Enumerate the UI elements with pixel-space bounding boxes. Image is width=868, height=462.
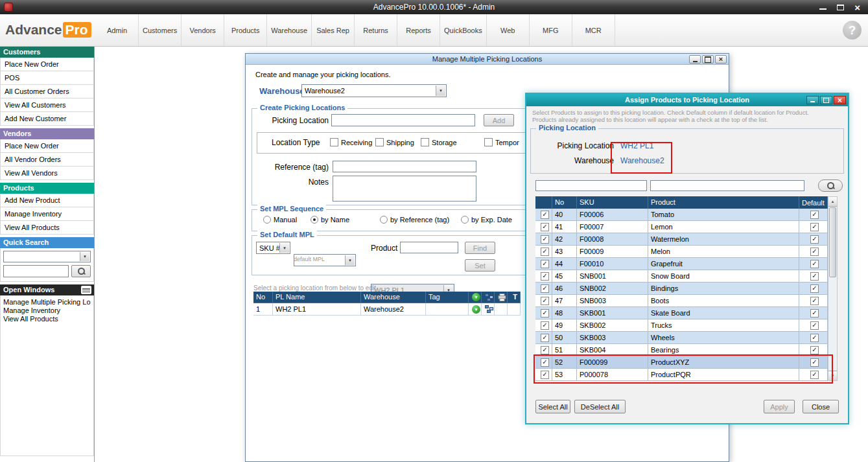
row-select-checkbox[interactable]	[541, 297, 549, 305]
close-icon[interactable]	[834, 96, 846, 104]
default-checkbox[interactable]	[810, 272, 819, 281]
sidebar-item-add-new-customer[interactable]: Add New Customer	[0, 112, 94, 126]
chevron-down-icon[interactable]	[279, 243, 289, 253]
col-product[interactable]: Product	[648, 196, 799, 209]
default-checkbox[interactable]	[810, 211, 819, 219]
default-checkbox[interactable]	[810, 321, 819, 330]
sidebar-item-view-all-products[interactable]: View All Products	[0, 221, 94, 235]
quick-search-type-select[interactable]	[3, 251, 91, 262]
deselect-all-button[interactable]: DeSelect All	[574, 400, 626, 413]
col-warehouse[interactable]: Warehouse	[361, 292, 426, 303]
default-checkbox[interactable]	[810, 248, 819, 256]
open-window-item-mpl[interactable]: Manage Multiple Picking Lo	[2, 298, 92, 306]
radio-manual[interactable]: Manual	[263, 216, 297, 224]
sku-type-select[interactable]: SKU #	[256, 242, 290, 254]
col-no[interactable]: No	[253, 292, 273, 303]
cell-tag-action[interactable]	[508, 303, 521, 316]
tab-warehouse[interactable]: Warehouse	[267, 14, 312, 46]
table-row[interactable]: 1 WH2 PL1 Warehouse2	[253, 303, 521, 316]
maximize-icon[interactable]	[837, 5, 844, 10]
cell-print[interactable]	[495, 303, 508, 316]
default-checkbox[interactable]	[810, 346, 819, 354]
tab-vendors[interactable]: Vendors	[182, 14, 224, 46]
tab-returns[interactable]: Returns	[355, 14, 397, 46]
table-row[interactable]: 51 SKB004 Bearings	[535, 344, 828, 356]
col-tag-icon[interactable]	[508, 292, 521, 303]
default-checkbox[interactable]	[810, 284, 819, 293]
sidebar-item-vendor-place-new-order[interactable]: Place New Order	[0, 139, 94, 153]
maximize-icon[interactable]	[702, 55, 714, 64]
table-row-highlighted[interactable]: 52 F000099 ProductXYZ	[535, 356, 828, 369]
cell-status[interactable]	[469, 303, 482, 316]
reference-tag-input[interactable]	[333, 161, 476, 172]
tab-web[interactable]: Web	[487, 14, 530, 46]
col-pl-name[interactable]: PL Name	[273, 292, 361, 303]
tab-reports[interactable]: Reports	[397, 14, 440, 46]
notes-textarea[interactable]	[333, 176, 476, 202]
default-checkbox[interactable]	[810, 223, 819, 231]
table-scrollbar[interactable]	[828, 196, 838, 381]
sidebar-item-view-all-vendors[interactable]: View All Vendors	[0, 167, 94, 180]
sidebar-item-place-new-order[interactable]: Place New Order	[0, 58, 94, 71]
default-checkbox[interactable]	[810, 358, 819, 367]
row-select-checkbox[interactable]	[541, 272, 549, 281]
tab-sales-rep[interactable]: Sales Rep	[312, 14, 355, 46]
select-all-button[interactable]: Select All	[535, 400, 570, 413]
col-default[interactable]: Default	[799, 196, 828, 209]
close-icon[interactable]	[854, 3, 860, 12]
chevron-down-icon[interactable]	[80, 252, 89, 261]
close-button[interactable]: Close	[803, 400, 839, 413]
col-assign-products-icon[interactable]	[482, 292, 495, 303]
close-icon[interactable]	[715, 55, 727, 64]
default-checkbox[interactable]	[810, 371, 819, 379]
radio-by-reference[interactable]: by Reference (tag)	[380, 216, 449, 224]
filter-input-1[interactable]	[535, 180, 647, 191]
set-button[interactable]: Set	[465, 259, 495, 271]
row-select-checkbox[interactable]	[541, 358, 549, 367]
row-select-checkbox[interactable]	[541, 260, 549, 268]
open-window-item-view-all-products[interactable]: View All Products	[2, 315, 92, 323]
radio-by-exp-date[interactable]: by Exp. Date	[461, 216, 512, 224]
col-sku[interactable]: SKU	[577, 196, 648, 209]
table-row[interactable]: 48 SKB001 Skate Board	[535, 307, 828, 319]
checkbox-shipping[interactable]: Shipping	[375, 138, 414, 146]
tab-quickbooks[interactable]: QuickBooks	[440, 14, 487, 46]
warehouse-select[interactable]: Warehouse2	[301, 84, 447, 97]
row-select-checkbox[interactable]	[541, 284, 549, 293]
help-icon[interactable]: ?	[843, 21, 862, 40]
table-row[interactable]: 41 F00007 Lemon	[535, 221, 828, 233]
quick-search-input[interactable]	[3, 265, 69, 277]
scrollbar-thumb[interactable]	[829, 207, 836, 277]
sidebar-item-all-vendor-orders[interactable]: All Vendor Orders	[0, 153, 94, 167]
col-printer-icon[interactable]	[495, 292, 508, 303]
chevron-down-icon[interactable]	[345, 255, 355, 265]
row-select-checkbox[interactable]	[541, 211, 549, 219]
checkbox-receiving[interactable]: Receiving	[330, 138, 372, 146]
table-row[interactable]: 44 F00010 Grapefruit	[535, 258, 828, 270]
checkbox-storage[interactable]: Storage	[421, 138, 457, 146]
minimize-icon[interactable]	[819, 8, 827, 10]
row-select-checkbox[interactable]	[541, 235, 549, 244]
row-select-checkbox[interactable]	[541, 223, 549, 231]
col-no[interactable]: No	[552, 196, 577, 209]
tab-mcr[interactable]: MCR	[572, 14, 615, 46]
maximize-icon[interactable]	[820, 96, 832, 104]
col-tag[interactable]: Tag	[426, 292, 469, 303]
table-row[interactable]: 50 SKB003 Wheels	[535, 332, 828, 344]
table-row[interactable]: 43 F00009 Melon	[535, 246, 828, 258]
table-row[interactable]: 45 SNB001 Snow Board	[535, 270, 828, 283]
table-row[interactable]: 53 P000078 ProductPQR	[535, 369, 828, 381]
filter-input-2[interactable]	[650, 180, 804, 191]
default-checkbox[interactable]	[810, 297, 819, 305]
chevron-down-icon[interactable]	[436, 86, 445, 96]
product-input[interactable]	[400, 242, 458, 253]
default-checkbox[interactable]	[810, 260, 819, 268]
row-select-checkbox[interactable]	[541, 346, 549, 354]
add-button[interactable]: Add	[484, 114, 514, 126]
list-icon[interactable]	[81, 286, 91, 294]
row-select-checkbox[interactable]	[541, 321, 549, 330]
row-select-checkbox[interactable]	[541, 334, 549, 342]
table-row[interactable]: 47 SNB003 Boots	[535, 295, 828, 307]
mpl-titlebar[interactable]: Manage Multiple Picking Locations	[246, 54, 729, 65]
tab-mfg[interactable]: MFG	[530, 14, 572, 46]
